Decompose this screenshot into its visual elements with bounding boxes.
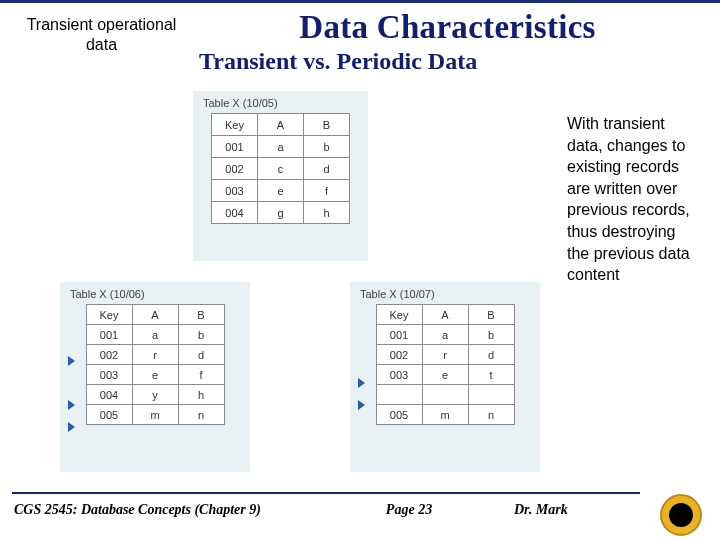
footer-page: Page 23 xyxy=(334,502,484,518)
col-header: Key xyxy=(376,305,422,325)
col-header: B xyxy=(468,305,514,325)
slide-content: With transient data, changes to existing… xyxy=(0,77,720,477)
table-snapshot-2: Table X (10/06) Key A B 001ab 002rd 003e… xyxy=(60,282,250,472)
table-snapshot-1: Table X (10/05) Key A B 001ab 002cd 003e… xyxy=(193,91,368,261)
change-marker-icon xyxy=(358,378,365,388)
header-right: Data Characteristics Transient vs. Perio… xyxy=(189,9,706,75)
col-header: A xyxy=(422,305,468,325)
change-marker-icon xyxy=(68,400,75,410)
col-header: B xyxy=(178,305,224,325)
table-caption: Table X (10/07) xyxy=(350,282,540,304)
change-marker-icon xyxy=(68,422,75,432)
change-marker-icon xyxy=(68,356,75,366)
footer-course: CGS 2545: Database Concepts (Chapter 9) xyxy=(14,502,334,518)
slide-title: Data Characteristics xyxy=(189,9,706,46)
table-caption: Table X (10/06) xyxy=(60,282,250,304)
description-text: With transient data, changes to existing… xyxy=(567,113,702,286)
data-table: Key A B 001ab 002rd 003ef 004yh 005mn xyxy=(86,304,225,425)
slide-subtitle: Transient vs. Periodic Data xyxy=(189,48,706,75)
header-left-label: Transient operational data xyxy=(14,9,189,55)
col-header: A xyxy=(132,305,178,325)
slide-footer: CGS 2545: Database Concepts (Chapter 9) … xyxy=(0,492,720,540)
table-snapshot-3: Table X (10/07) Key A B 001ab 002rd 003e… xyxy=(350,282,540,472)
university-seal-icon xyxy=(660,494,702,536)
data-table: Key A B 001ab 002cd 003ef 004gh xyxy=(211,113,350,224)
data-table: Key A B 001ab 002rd 003et 005mn xyxy=(376,304,515,425)
col-header: B xyxy=(304,114,350,136)
table-caption: Table X (10/05) xyxy=(193,91,368,113)
slide-header: Transient operational data Data Characte… xyxy=(0,3,720,77)
col-header: Key xyxy=(86,305,132,325)
col-header: Key xyxy=(212,114,258,136)
footer-author: Dr. Mark xyxy=(484,502,654,518)
change-marker-icon xyxy=(358,400,365,410)
col-header: A xyxy=(258,114,304,136)
